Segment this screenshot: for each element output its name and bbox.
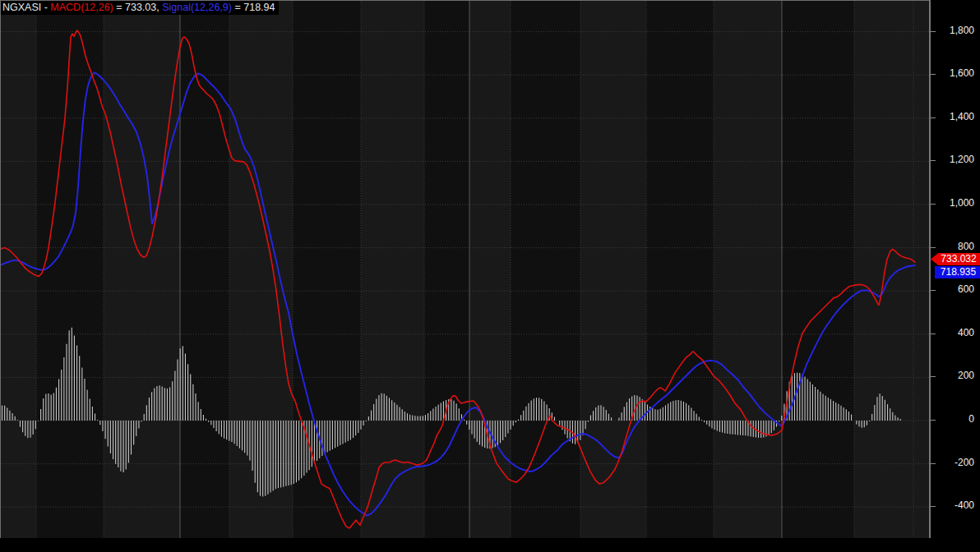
axis-tick [931, 290, 936, 291]
axis-label: -200 [955, 457, 974, 469]
axis-tick [931, 506, 936, 507]
axis-label: 800 [958, 241, 974, 253]
legend-segment: MACD(12,26) [50, 2, 113, 13]
legend-segment: = 733.03, [113, 2, 162, 13]
background-band [782, 1, 854, 539]
axis-label: 1,600 [950, 67, 974, 80]
axis-label: 400 [958, 327, 974, 339]
axis-label: 0 [968, 413, 974, 426]
macd-price-badge: 733.032 [931, 253, 980, 265]
axis-tick [931, 117, 936, 118]
axis-label: 600 [958, 283, 974, 296]
background-band [424, 1, 469, 539]
background-band [180, 1, 229, 539]
axis-label: 1,000 [950, 197, 974, 209]
axis-label: 200 [958, 370, 974, 382]
macd-chart-canvas[interactable] [1, 1, 930, 539]
axis-label: -400 [955, 499, 974, 512]
legend-segment: NGXASI - [2, 2, 50, 13]
axis-label: 1,400 [950, 111, 974, 123]
axis-tick [931, 204, 936, 205]
background-band [646, 1, 714, 539]
background-band [854, 1, 930, 539]
axis-tick [931, 334, 936, 334]
axis-label: 1,200 [950, 154, 974, 166]
axis-tick [931, 376, 936, 377]
legend-segment: Signal(12,26,9) [162, 2, 232, 13]
background-band [1, 1, 36, 539]
background-band [104, 1, 180, 539]
signal-price-badge: 718.935 [935, 266, 980, 278]
price-axis[interactable]: 1,8001,6001,4001,2001,0008006004002000-2… [929, 0, 980, 538]
legend-segment: = 718.94 [232, 2, 275, 13]
axis-tick [931, 74, 936, 75]
axis-tick [931, 420, 936, 421]
background-band [714, 1, 782, 539]
axis-tick [931, 31, 936, 32]
axis-label: 1,800 [950, 25, 974, 37]
background-band [580, 1, 646, 539]
indicator-legend: NGXASI - MACD(12,26) = 733.03, Signal(12… [1, 1, 279, 15]
axis-tick [931, 160, 936, 161]
background-band [511, 1, 580, 539]
charting-app-window: NGXASI - MACD(12,26) = 733.03, Signal(12… [0, 0, 980, 552]
bottom-strip [0, 538, 980, 552]
axis-tick [931, 247, 936, 248]
axis-tick [931, 463, 936, 464]
chart-plot-area[interactable]: NGXASI - MACD(12,26) = 733.03, Signal(12… [0, 0, 929, 538]
background-band [469, 1, 511, 539]
background-band [361, 1, 424, 539]
